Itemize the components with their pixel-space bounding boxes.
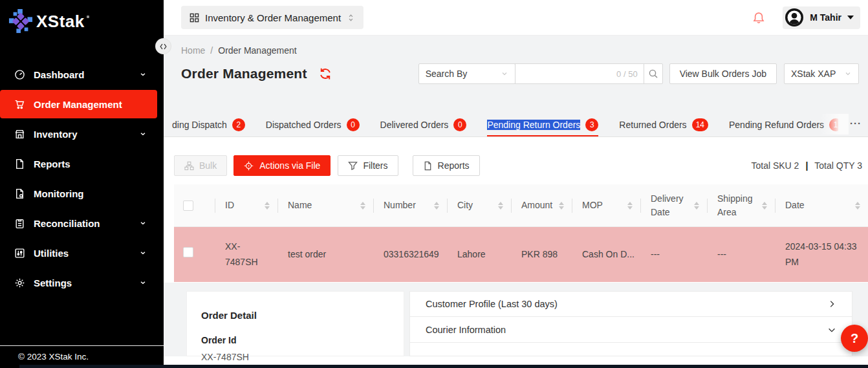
totals-separator: | — [805, 160, 808, 171]
sidebar-item-reports[interactable]: Reports — [0, 149, 164, 179]
column-label: Amount — [521, 199, 552, 211]
xstak-xap-select[interactable]: XStak XAP — [784, 63, 859, 84]
row-checkbox[interactable] — [183, 247, 193, 257]
select-all-checkbox[interactable] — [183, 200, 193, 211]
chevron-right-icon — [827, 299, 836, 308]
tab-pending-return-orders[interactable]: Pending Return Orders 3 — [487, 113, 598, 136]
tab-label: Pending Return Orders — [487, 120, 580, 130]
breadcrumb: Home / Order Management — [164, 36, 868, 56]
sidebar-item-order-management[interactable]: Order Management — [0, 90, 157, 118]
order-detail-title: Order Detail — [201, 310, 404, 321]
breadcrumb-separator: / — [210, 45, 213, 56]
column-header-city[interactable]: City — [447, 184, 511, 226]
refresh-icon[interactable] — [319, 67, 332, 80]
column-header-mop[interactable]: MOP — [572, 184, 640, 226]
chevron-down-icon — [139, 219, 147, 227]
sidebar-item-label: Order Management — [34, 99, 122, 110]
tab-delivered-orders[interactable]: Delivered Orders 0 — [380, 113, 467, 136]
tab-returned-orders[interactable]: Returned Orders 14 — [619, 113, 708, 136]
table-row[interactable]: XX-7487SH test order 03316321649 Lahore … — [174, 227, 868, 282]
bulk-button[interactable]: Bulk — [174, 155, 227, 176]
sort-icon[interactable] — [559, 202, 564, 210]
sort-icon[interactable] — [498, 202, 503, 210]
sort-icon[interactable] — [627, 202, 633, 210]
search-button[interactable] — [644, 63, 663, 84]
grid-icon — [190, 13, 199, 23]
aim-icon — [244, 161, 254, 171]
sidebar-item-label: Settings — [34, 277, 72, 288]
gear-icon — [14, 277, 25, 288]
zone-top: Home / Order Management Order Management… — [164, 36, 868, 137]
sidebar-item-label: Inventory — [34, 129, 78, 140]
column-header-id[interactable]: ID — [215, 184, 277, 226]
view-bulk-orders-job-button[interactable]: View Bulk Orders Job — [669, 63, 777, 84]
column-header-name[interactable]: Name — [277, 184, 373, 226]
reports-label: Reports — [438, 160, 470, 171]
store-icon — [14, 129, 25, 140]
sidebar-collapse-button[interactable] — [156, 39, 171, 54]
reports-button[interactable]: Reports — [413, 155, 480, 176]
actions-via-file-label: Actions via File — [259, 160, 320, 171]
sidebar-item-label: Utilities — [34, 248, 69, 259]
user-name: M Tahir — [810, 12, 841, 23]
sidebar-item-reconciliation[interactable]: Reconciliation — [0, 208, 164, 238]
user-menu[interactable]: M Tahir — [783, 6, 860, 29]
notification-bell-icon[interactable] — [752, 11, 765, 25]
accordion-customer-profile[interactable]: Customer Profile (Last 30 days) — [409, 291, 852, 317]
tab-dispatched-orders[interactable]: Dispatched Orders 0 — [266, 113, 360, 136]
search-input-wrap: 0 / 50 — [515, 63, 644, 84]
sidebar-item-label: Reconciliation — [34, 218, 100, 229]
order-id-value: XX-7487SH — [201, 352, 404, 362]
tab-pending-dispatch[interactable]: ding Dispatch 2 — [172, 113, 245, 136]
app-switcher-label: Inventory & Order Management — [205, 12, 341, 23]
chevron-down-icon — [139, 130, 147, 138]
avatar — [785, 8, 804, 27]
sidebar-item-label: Dashboard — [34, 69, 84, 80]
cell-id: XX-7487SH — [215, 239, 277, 269]
tab-label: Returned Orders — [619, 120, 686, 130]
cell-delivery-date: --- — [640, 247, 707, 262]
accordion-courier-information[interactable]: Courier Information — [409, 317, 852, 343]
sort-icon[interactable] — [265, 202, 270, 210]
sidebar-item-dashboard[interactable]: Dashboard — [0, 60, 164, 89]
sidebar-item-inventory[interactable]: Inventory — [0, 119, 164, 149]
sliders-icon — [14, 248, 25, 259]
row-select-cell — [174, 247, 215, 262]
main-area: Inventory & Order Management — [164, 0, 868, 368]
more-tabs-button[interactable]: ··· — [850, 118, 862, 129]
column-header-amount[interactable]: Amount — [511, 184, 572, 226]
search-by-select[interactable]: Search By — [418, 63, 515, 84]
cell-mop: Cash On D... — [572, 247, 640, 262]
sort-icon[interactable] — [694, 202, 699, 210]
sort-icon[interactable] — [360, 202, 365, 210]
sort-icon[interactable] — [434, 202, 439, 210]
xstak-logo-icon — [8, 9, 33, 34]
column-header-shipping-area[interactable]: Shipping Area — [707, 184, 775, 226]
order-id-label: Order Id — [201, 335, 404, 345]
sidebar-item-monitoring[interactable]: Monitoring — [0, 179, 164, 208]
accordion-label: Courier Information — [426, 325, 506, 335]
cell-name: test order — [277, 247, 373, 262]
column-header-number[interactable]: Number — [373, 184, 447, 226]
table-header: ID Name Number City Amount MOP Delivery … — [174, 184, 868, 227]
filters-label: Filters — [363, 160, 387, 171]
column-header-delivery-date[interactable]: Delivery Date — [640, 184, 707, 226]
title-row: Order Management Search By — [181, 63, 859, 84]
help-button[interactable]: ? — [841, 325, 868, 352]
sidebar-item-settings[interactable]: Settings — [0, 268, 164, 298]
breadcrumb-current: Order Management — [218, 45, 296, 56]
column-header-date[interactable]: Date — [775, 184, 868, 226]
actions-via-file-button[interactable]: Actions via File — [233, 155, 331, 176]
sidebar-item-utilities[interactable]: Utilities — [0, 238, 164, 268]
chevron-down-icon — [844, 70, 852, 78]
sort-icon[interactable] — [762, 202, 767, 210]
sitemap-icon — [184, 161, 194, 171]
sort-icon[interactable] — [855, 202, 860, 210]
app-switcher[interactable]: Inventory & Order Management — [181, 6, 363, 29]
file-icon — [423, 161, 433, 171]
filters-button[interactable]: Filters — [338, 155, 398, 176]
bottom-scrollbar-strip[interactable] — [19, 365, 868, 368]
tab-badge: 3 — [585, 118, 598, 131]
order-detail-card: Order Detail Order Id XX-7487SH — [186, 291, 404, 356]
breadcrumb-home[interactable]: Home — [181, 45, 205, 56]
